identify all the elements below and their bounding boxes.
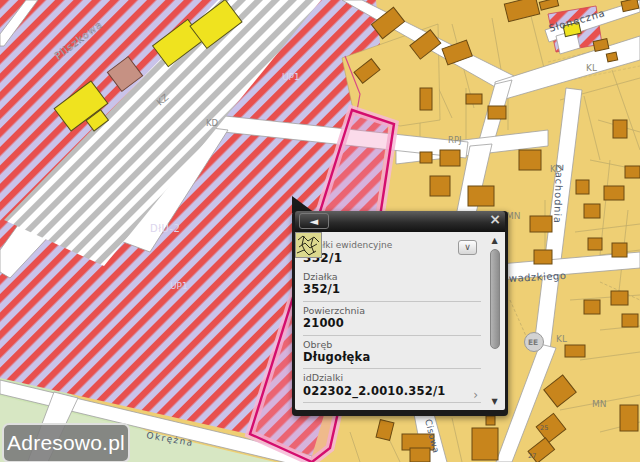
zone-label-kd2: KD (550, 164, 563, 174)
field-iddzialki: idDzialki 022302_2.0010.352/1 (303, 369, 481, 403)
layer-thumbnail-icon (295, 232, 322, 258)
popup-titlebar: ◄ × (295, 211, 505, 232)
related-layer-row[interactable]: Użytki gruntowe i klasy gleboznawcze w g… (303, 403, 481, 410)
scroll-up-icon[interactable]: ▲ (488, 236, 501, 245)
field-label: idDzialki (303, 372, 481, 383)
watermark-adresowo: Adresowo.pl (2, 423, 130, 462)
zone-label-up1b: UP1 (170, 281, 188, 291)
scroll-down-icon[interactable]: ▼ (488, 397, 501, 406)
field-value: 022302_2.0010.352/1 (303, 384, 481, 398)
field-value: 352/1 (303, 282, 481, 296)
collapse-chevron-icon[interactable]: ∨ (458, 240, 477, 255)
field-label: Powierzchnia (303, 305, 481, 316)
zone-label-rpj: RPJ (448, 135, 462, 145)
field-label: Działka (303, 271, 481, 282)
field-obreb: Obręb Długołęka (303, 336, 481, 370)
zone-label-kd1: KD (206, 118, 219, 128)
utility-ee-label: EE (528, 338, 538, 347)
related-layer-text: Użytki gruntowe i klasy gleboznawcze w g… (303, 408, 481, 410)
house-number-27: 27 (528, 452, 536, 460)
popup-body: Działki ewidencyjne 352/1 ∨ Działka 352/… (295, 232, 505, 410)
popup-header-row: Działki ewidencyjne 352/1 ∨ (303, 238, 481, 265)
field-label: Obręb (303, 339, 481, 350)
field-value: Długołęka (303, 350, 481, 364)
house-number-25: 25 (540, 424, 548, 432)
zone-label-up1a: UP1 (282, 72, 300, 82)
parcel-info-popup: ◄ × Działki ewidencyjne 352/1 ∨ Działka … (292, 211, 508, 416)
back-button[interactable]: ◄ (299, 213, 329, 229)
zone-label-mn2: MN (592, 399, 607, 409)
map-viewer: Pliszkowa Słoneczna Zachodnia wadzkiego … (0, 0, 640, 462)
field-powierzchnia: Powierzchnia 21000 (303, 302, 481, 336)
zone-label-kl2: KL (556, 334, 567, 344)
field-dzialka: Działka 352/1 (303, 268, 481, 302)
scrollbar-thumb[interactable] (490, 249, 500, 349)
related-layer-label: Użytki gruntowe i klasy gleboznawcze w g… (303, 408, 467, 410)
zone-label-kl1: KL (586, 63, 597, 73)
field-value: 21000 (303, 316, 481, 330)
popup-scrollbar: ▲ ▼ (488, 236, 501, 406)
zone-label-dlu2: DłU-2 (150, 223, 180, 234)
close-icon[interactable]: × (487, 212, 503, 228)
zone-label-mn1: MN (506, 211, 521, 221)
next-chevron-icon[interactable]: › (473, 388, 478, 402)
